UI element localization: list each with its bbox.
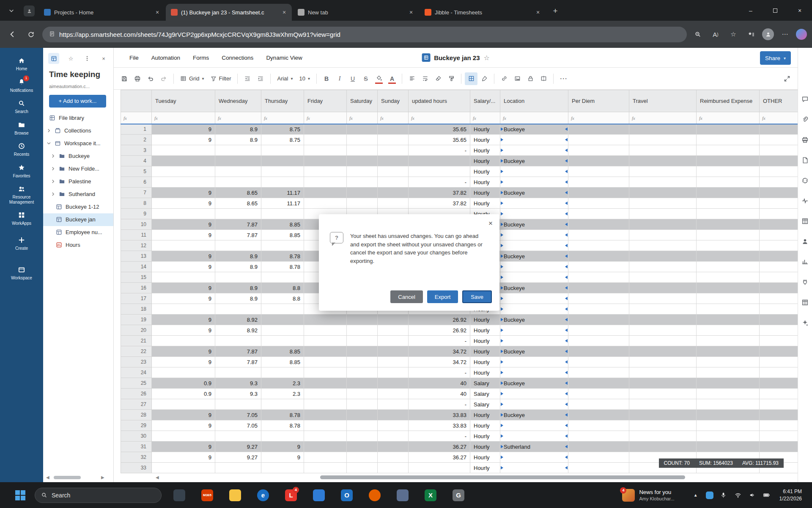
close-window-button[interactable]: × xyxy=(787,0,812,21)
sidebar-item-search[interactable]: Search xyxy=(0,96,43,117)
cell-wednesday[interactable]: 9.3 xyxy=(215,389,261,399)
cell-other[interactable] xyxy=(760,124,798,135)
cell-updated-hours[interactable]: 35.65 xyxy=(409,124,470,135)
favorite-star-icon[interactable]: ☆ xyxy=(727,28,740,41)
cell-per-diem[interactable] xyxy=(568,230,629,240)
cell-saturday[interactable] xyxy=(347,389,378,399)
cell-other[interactable] xyxy=(760,431,798,442)
cell-tuesday[interactable] xyxy=(152,177,215,188)
cell-friday[interactable] xyxy=(304,420,347,431)
clear-format-button[interactable] xyxy=(432,72,444,85)
cell-tuesday[interactable]: 9 xyxy=(152,188,215,198)
cell-travel[interactable] xyxy=(629,357,697,367)
cell-per-diem[interactable] xyxy=(568,399,629,410)
integrations-icon[interactable] xyxy=(801,298,810,307)
cell-location[interactable] xyxy=(500,463,568,473)
cell-travel[interactable] xyxy=(629,272,697,283)
cell-tuesday[interactable]: 9 xyxy=(152,293,215,304)
taskbar-app-excel[interactable]: X xyxy=(422,487,439,504)
cell-tuesday[interactable]: 0.9 xyxy=(152,378,215,389)
cell-sunday[interactable] xyxy=(378,124,409,135)
row-number[interactable]: 27 xyxy=(121,399,152,410)
align-button[interactable] xyxy=(406,72,418,85)
row-number[interactable]: 1 xyxy=(121,124,152,135)
scroll-left-icon[interactable]: ◀ xyxy=(156,475,159,480)
cell-friday[interactable] xyxy=(304,124,347,135)
cell-other[interactable] xyxy=(760,262,798,272)
cell-updated-hours[interactable]: 37.82 xyxy=(409,188,470,198)
column-header-wednesday[interactable]: Wednesday xyxy=(215,90,261,112)
cell-updated-hours[interactable]: - xyxy=(409,336,470,346)
cell-reimbursed-expense[interactable] xyxy=(697,325,760,336)
cell-sunday[interactable] xyxy=(378,420,409,431)
sidebar-item-recents[interactable]: Recents xyxy=(0,138,43,160)
cell-updated-hours[interactable] xyxy=(409,156,470,166)
cell-location[interactable]: Buckeye xyxy=(500,156,568,166)
cell-salary[interactable]: Hourly xyxy=(470,145,500,156)
cell-saturday[interactable] xyxy=(347,452,378,463)
cell-travel[interactable] xyxy=(629,198,697,209)
cell-reimbursed-expense[interactable] xyxy=(697,209,760,219)
cell-thursday[interactable] xyxy=(261,325,304,336)
cell-reimbursed-expense[interactable] xyxy=(697,431,760,442)
cell-travel[interactable] xyxy=(629,389,697,399)
taskbar-clock[interactable]: 6:41 PM 1/22/2026 xyxy=(779,488,802,502)
wifi-icon[interactable] xyxy=(734,491,742,500)
cell-wednesday[interactable] xyxy=(215,166,261,177)
cell-updated-hours[interactable] xyxy=(409,463,470,473)
column-header-friday[interactable]: Friday xyxy=(304,90,347,112)
cell-wednesday[interactable]: 8.9 xyxy=(215,283,261,293)
sidebar-item-workapps[interactable]: WorkApps xyxy=(0,207,43,229)
cell-friday[interactable] xyxy=(304,336,347,346)
cell-wednesday[interactable]: 9.27 xyxy=(215,442,261,452)
column-header-saturday[interactable]: Saturday xyxy=(347,90,378,112)
cell-thursday[interactable]: 8.78 xyxy=(261,420,304,431)
cell-wednesday[interactable] xyxy=(215,156,261,166)
cell-travel[interactable] xyxy=(629,346,697,357)
cell-sunday[interactable] xyxy=(378,357,409,367)
taskbar-app-people[interactable] xyxy=(394,487,411,504)
cell-tuesday[interactable] xyxy=(152,272,215,283)
browser-tab[interactable]: Projects - Home× xyxy=(39,4,165,21)
cell-per-diem[interactable] xyxy=(568,389,629,399)
cell-per-diem[interactable] xyxy=(568,219,629,230)
sidebar-item-resource-management[interactable]: Resource Management xyxy=(0,181,43,207)
cell-updated-hours[interactable]: 35.65 xyxy=(409,135,470,145)
collections-item[interactable]: Collections xyxy=(43,124,113,137)
cell-salary[interactable]: Hourly xyxy=(470,156,500,166)
cell-wednesday[interactable] xyxy=(215,304,261,315)
cell-updated-hours[interactable]: 34.72 xyxy=(409,357,470,367)
cell-wednesday[interactable]: 8.65 xyxy=(215,198,261,209)
row-number[interactable]: 18 xyxy=(121,304,152,315)
row-number[interactable]: 22 xyxy=(121,346,152,357)
cell-reimbursed-expense[interactable] xyxy=(697,378,760,389)
site-info-icon[interactable] xyxy=(49,31,55,38)
cell-per-diem[interactable] xyxy=(568,262,629,272)
cell-other[interactable] xyxy=(760,283,798,293)
cell-other[interactable] xyxy=(760,272,798,283)
cell-thursday[interactable]: 11.17 xyxy=(261,198,304,209)
cell-tuesday[interactable]: 9 xyxy=(152,442,215,452)
sidebar-item-home[interactable]: Home xyxy=(0,53,43,75)
battery-icon[interactable] xyxy=(763,491,771,500)
cell-salary[interactable]: Hourly xyxy=(470,188,500,198)
row-number[interactable]: 23 xyxy=(121,357,152,367)
cell-per-diem[interactable] xyxy=(568,124,629,135)
cell-location[interactable] xyxy=(500,304,568,315)
cell-reimbursed-expense[interactable] xyxy=(697,442,760,452)
cell-wednesday[interactable] xyxy=(215,145,261,156)
ai-assistant-icon[interactable] xyxy=(801,318,810,327)
cell-per-diem[interactable] xyxy=(568,209,629,219)
browser-tab[interactable]: Jibble - Timesheets× xyxy=(420,4,546,21)
print-icon[interactable] xyxy=(131,72,144,85)
cell-salary[interactable]: Hourly xyxy=(470,431,500,442)
menu-dynamic-view[interactable]: Dynamic View xyxy=(266,55,302,61)
cell-tuesday[interactable]: 9 xyxy=(152,219,215,230)
cell-friday[interactable] xyxy=(304,177,347,188)
cell-wednesday[interactable] xyxy=(215,463,261,473)
panel-favorite-icon[interactable]: ☆ xyxy=(66,54,76,63)
cell-saturday[interactable] xyxy=(347,198,378,209)
cell-location[interactable] xyxy=(500,230,568,240)
cell-other[interactable] xyxy=(760,378,798,389)
cell-sunday[interactable] xyxy=(378,145,409,156)
